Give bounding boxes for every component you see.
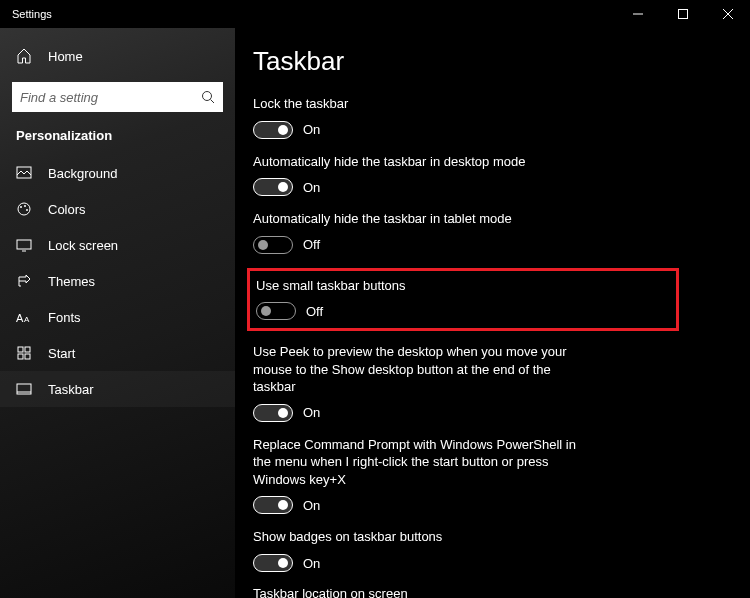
- toggle-peek[interactable]: [253, 404, 293, 422]
- window-controls: [615, 0, 750, 28]
- setting-label: Automatically hide the taskbar in tablet…: [253, 210, 583, 228]
- setting-label: Use small taskbar buttons: [256, 277, 586, 295]
- svg-point-4: [203, 92, 212, 101]
- sidebar-item-label: Lock screen: [48, 238, 118, 253]
- colors-icon: [16, 201, 32, 217]
- setting-label: Use Peek to preview the desktop when you…: [253, 343, 583, 396]
- sidebar-item-fonts[interactable]: AA Fonts: [0, 299, 235, 335]
- svg-point-8: [20, 206, 22, 208]
- main-content: Taskbar Lock the taskbar On Automaticall…: [235, 28, 750, 598]
- taskbar-location-label: Taskbar location on screen: [253, 586, 732, 598]
- themes-icon: [16, 273, 32, 289]
- setting-powershell: Replace Command Prompt with Windows Powe…: [253, 436, 732, 515]
- svg-rect-1: [678, 10, 687, 19]
- svg-text:A: A: [24, 315, 30, 324]
- fonts-icon: AA: [16, 310, 32, 324]
- highlighted-setting: Use small taskbar buttons Off: [247, 268, 679, 332]
- search-icon: [201, 90, 215, 104]
- toggle-autohide-tablet[interactable]: [253, 236, 293, 254]
- svg-rect-11: [17, 240, 31, 249]
- setting-autohide-desktop: Automatically hide the taskbar in deskto…: [253, 153, 732, 197]
- home-nav[interactable]: Home: [0, 36, 235, 76]
- lock-screen-icon: [16, 237, 32, 253]
- svg-point-9: [24, 205, 26, 207]
- background-icon: [16, 165, 32, 181]
- toggle-state: On: [303, 122, 320, 137]
- toggle-state: On: [303, 405, 320, 420]
- section-title: Personalization: [0, 122, 235, 155]
- minimize-icon: [633, 9, 643, 19]
- minimize-button[interactable]: [615, 0, 660, 28]
- sidebar: Home Personalization Background: [0, 28, 235, 598]
- page-title: Taskbar: [253, 46, 732, 77]
- toggle-state: Off: [306, 304, 323, 319]
- sidebar-item-lock-screen[interactable]: Lock screen: [0, 227, 235, 263]
- svg-rect-16: [25, 347, 30, 352]
- toggle-small-buttons[interactable]: [256, 302, 296, 320]
- setting-badges: Show badges on taskbar buttons On: [253, 528, 732, 572]
- setting-label: Lock the taskbar: [253, 95, 583, 113]
- search-input[interactable]: [20, 90, 201, 105]
- svg-point-7: [18, 203, 30, 215]
- svg-text:A: A: [16, 312, 24, 324]
- toggle-powershell[interactable]: [253, 496, 293, 514]
- sidebar-item-label: Themes: [48, 274, 95, 289]
- window-title: Settings: [0, 8, 615, 20]
- setting-peek: Use Peek to preview the desktop when you…: [253, 343, 732, 422]
- toggle-lock-taskbar[interactable]: [253, 121, 293, 139]
- toggle-state: On: [303, 498, 320, 513]
- taskbar-icon: [16, 381, 32, 397]
- sidebar-item-label: Taskbar: [48, 382, 94, 397]
- setting-label: Automatically hide the taskbar in deskto…: [253, 153, 583, 171]
- setting-lock-taskbar: Lock the taskbar On: [253, 95, 732, 139]
- sidebar-item-label: Colors: [48, 202, 86, 217]
- search-box[interactable]: [12, 82, 223, 112]
- svg-line-5: [211, 100, 215, 104]
- sidebar-item-label: Fonts: [48, 310, 81, 325]
- toggle-badges[interactable]: [253, 554, 293, 572]
- home-icon: [16, 48, 32, 64]
- sidebar-item-label: Start: [48, 346, 75, 361]
- svg-rect-17: [18, 354, 23, 359]
- setting-small-buttons: Use small taskbar buttons Off: [250, 277, 668, 321]
- sidebar-item-label: Background: [48, 166, 117, 181]
- toggle-autohide-desktop[interactable]: [253, 178, 293, 196]
- toggle-state: Off: [303, 237, 320, 252]
- close-button[interactable]: [705, 0, 750, 28]
- sidebar-item-colors[interactable]: Colors: [0, 191, 235, 227]
- sidebar-item-start[interactable]: Start: [0, 335, 235, 371]
- maximize-button[interactable]: [660, 0, 705, 28]
- svg-rect-18: [25, 354, 30, 359]
- start-icon: [16, 345, 32, 361]
- setting-autohide-tablet: Automatically hide the taskbar in tablet…: [253, 210, 732, 254]
- svg-rect-15: [18, 347, 23, 352]
- sidebar-item-background[interactable]: Background: [0, 155, 235, 191]
- maximize-icon: [678, 9, 688, 19]
- window-titlebar: Settings: [0, 0, 750, 28]
- sidebar-item-taskbar[interactable]: Taskbar: [0, 371, 235, 407]
- close-icon: [723, 9, 733, 19]
- setting-label: Replace Command Prompt with Windows Powe…: [253, 436, 583, 489]
- home-label: Home: [48, 49, 83, 64]
- sidebar-item-themes[interactable]: Themes: [0, 263, 235, 299]
- svg-point-10: [26, 209, 28, 211]
- toggle-state: On: [303, 180, 320, 195]
- setting-label: Show badges on taskbar buttons: [253, 528, 583, 546]
- toggle-state: On: [303, 556, 320, 571]
